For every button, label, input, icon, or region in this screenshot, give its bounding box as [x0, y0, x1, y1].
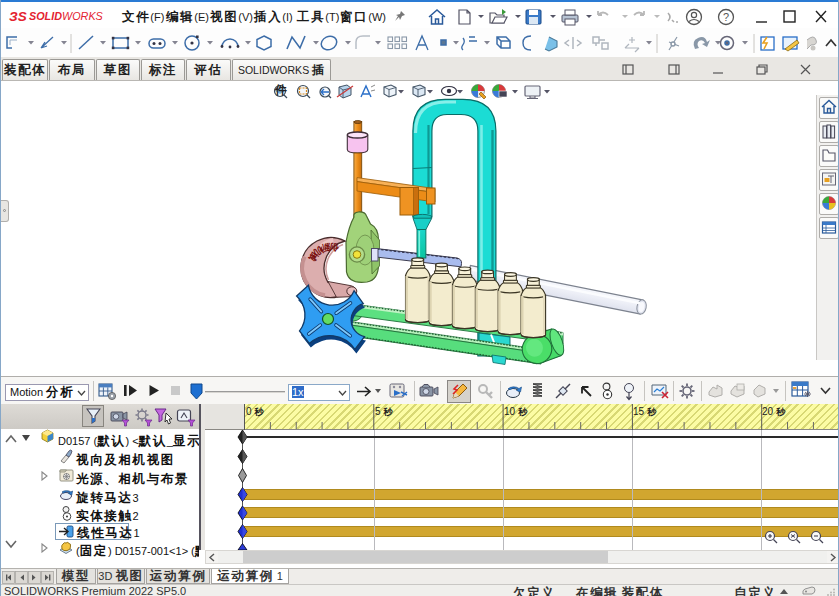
svg-text:?: ? [723, 11, 729, 23]
svg-text:SOLIDWORKS: SOLIDWORKS [29, 10, 104, 22]
svg-text:ЗS: ЗS [9, 9, 27, 24]
